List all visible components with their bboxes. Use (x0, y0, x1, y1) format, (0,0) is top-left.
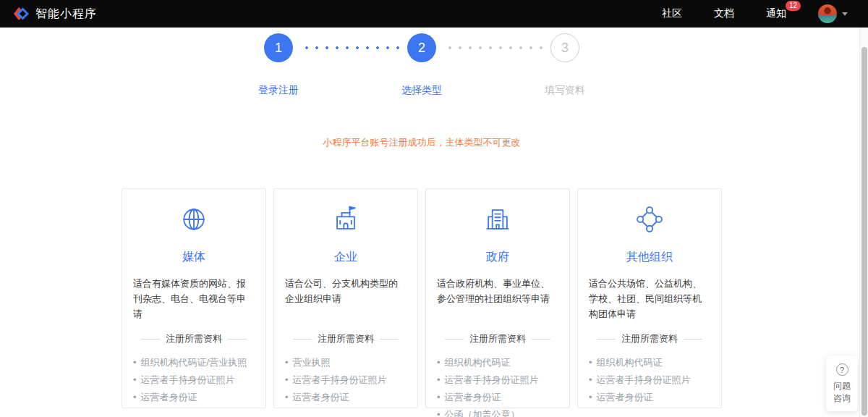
enterprise-building-icon (285, 203, 407, 235)
government-building-icon (437, 203, 558, 235)
materials-list: 组织机构代码证/营业执照运营者手持身份证照片运营者身份证 (133, 354, 255, 406)
chevron-down-icon (842, 12, 848, 16)
header-nav: 社区 文档 通知 12 (662, 4, 855, 23)
card-description: 适合政府机构、事业单位、参公管理的社团组织等申请 (437, 276, 558, 325)
card-description: 适合公共场馆、公益机构、学校、社团、民间组织等机构团体申请 (589, 276, 710, 325)
vertical-scrollbar (859, 28, 868, 417)
material-item: 运营者手持身份证照片 (589, 371, 710, 389)
app-logo[interactable]: 智能小程序 (12, 5, 97, 22)
step-circle-3: 3 (550, 33, 579, 62)
material-item: 营业执照 (285, 354, 407, 371)
smart-miniprogram-logo-icon (12, 5, 29, 22)
step-label-login-register[interactable]: 登录注册 (258, 84, 299, 97)
nav-community[interactable]: 社区 (662, 7, 682, 20)
materials-title: 注册所需资料 (437, 332, 558, 345)
notification-badge: 12 (786, 1, 801, 11)
user-menu[interactable] (818, 4, 848, 23)
help-label-line2: 咨询 (826, 392, 858, 405)
step-connector-2-3 (443, 46, 543, 49)
material-item: 运营者手持身份证照片 (285, 371, 407, 389)
registration-stepper: 1 2 3 登录注册 选择类型 填写资料 (264, 33, 579, 98)
help-label-line1: 问题 (826, 380, 858, 392)
materials-title: 注册所需资料 (285, 332, 407, 345)
card-title: 企业 (285, 250, 407, 266)
card-description: 适合有媒体资质的网站、报刊杂志、电台、电视台等申请 (133, 276, 255, 325)
globe-icon (133, 203, 255, 235)
card-title: 政府 (437, 250, 558, 266)
materials-list: 组织机构代码证运营者手持身份证照片运营者身份证公函（加盖公章） (437, 354, 558, 417)
material-item: 运营者身份证 (437, 389, 558, 406)
main-content: 1 2 3 登录注册 选择类型 填写资料 小程序平台账号注册成功后，主体类型不可… (122, 33, 722, 408)
nav-notifications[interactable]: 通知 12 (766, 7, 786, 20)
materials-list: 组织机构代码证运营者手持身份证照片运营者身份证 (589, 354, 710, 406)
materials-title: 注册所需资料 (133, 332, 255, 345)
step-circle-2[interactable]: 2 (407, 33, 436, 62)
app-title: 智能小程序 (35, 7, 97, 22)
card-media[interactable]: 媒体 适合有媒体资质的网站、报刊杂志、电台、电视台等申请 注册所需资料 组织机构… (122, 188, 266, 408)
materials-title: 注册所需资料 (589, 332, 710, 345)
step-connector-1-2 (300, 46, 400, 49)
card-enterprise[interactable]: 企业 适合公司、分支机构类型的企业组织申请 注册所需资料 营业执照运营者手持身份… (273, 188, 418, 408)
materials-list: 营业执照运营者手持身份证照片运营者身份证 (285, 354, 407, 406)
material-item: 运营者身份证 (285, 389, 407, 406)
entity-type-cards: 媒体 适合有媒体资质的网站、报刊杂志、电台、电视台等申请 注册所需资料 组织机构… (122, 188, 722, 408)
avatar[interactable] (818, 4, 837, 23)
material-item: 运营者手持身份证照片 (437, 371, 558, 389)
question-mark-icon: ? (836, 363, 848, 376)
nav-docs[interactable]: 文档 (714, 7, 734, 20)
material-item: 运营者身份证 (589, 389, 710, 406)
step-label-fill-info: 填写资料 (545, 84, 585, 97)
type-immutable-warning: 小程序平台账号注册成功后，主体类型不可更改 (122, 136, 722, 149)
material-item: 组织机构代码证 (589, 354, 710, 371)
help-consult-button[interactable]: ? 问题 咨询 (826, 355, 858, 412)
material-item: 运营者手持身份证照片 (133, 371, 255, 389)
card-government[interactable]: 政府 适合政府机构、事业单位、参公管理的社团组织等申请 注册所需资料 组织机构代… (425, 188, 570, 408)
material-item: 组织机构代码证 (437, 354, 558, 371)
organization-network-icon (589, 203, 710, 235)
card-title: 其他组织 (589, 250, 710, 266)
scrollbar-thumb[interactable] (861, 47, 867, 416)
step-circle-1[interactable]: 1 (264, 33, 293, 62)
card-title: 媒体 (133, 250, 255, 266)
material-item: 组织机构代码证/营业执照 (133, 354, 255, 371)
card-other-organization[interactable]: 其他组织 适合公共场馆、公益机构、学校、社团、民间组织等机构团体申请 注册所需资… (577, 188, 722, 408)
material-item: 公函（加盖公章） (437, 406, 558, 417)
top-header-bar: 智能小程序 社区 文档 通知 12 (0, 0, 868, 28)
card-description: 适合公司、分支机构类型的企业组织申请 (285, 276, 407, 325)
step-label-choose-type[interactable]: 选择类型 (401, 84, 442, 97)
material-item: 运营者身份证 (133, 389, 255, 406)
